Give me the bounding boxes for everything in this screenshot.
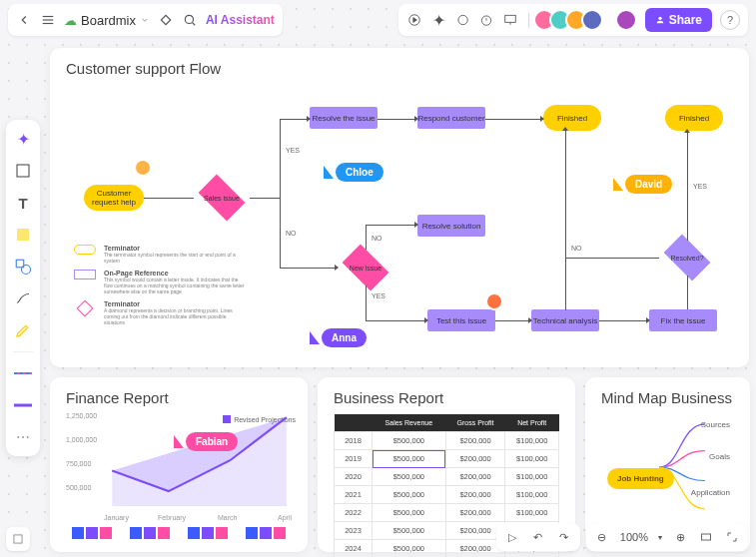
mindmap-child[interactable]: Sources — [701, 420, 730, 429]
table-cell[interactable]: $100,000 — [505, 486, 559, 504]
table-cell[interactable]: 2020 — [335, 468, 373, 486]
flow-card[interactable]: Customer support Flow Customer request h… — [50, 48, 749, 367]
pen-tool[interactable] — [12, 319, 34, 341]
table-cell[interactable]: 2022 — [335, 504, 373, 522]
sticker-tool[interactable]: ✦ — [12, 128, 34, 150]
board-name[interactable]: ☁ Boardmix — [64, 13, 150, 28]
fullscreen-icon[interactable] — [724, 529, 740, 545]
finance-chart: 1,250,000 1,000,000 750,000 500,000 Janu… — [66, 414, 292, 509]
share-button[interactable]: Share — [645, 8, 712, 32]
sticky-note-tool[interactable] — [12, 224, 34, 246]
table-cell[interactable]: $200,000 — [445, 432, 505, 450]
node-test[interactable]: Test this issue — [427, 309, 495, 331]
table-cell[interactable]: $200,000 — [445, 486, 505, 504]
node-resolve[interactable]: Resolve the issue — [310, 107, 378, 129]
table-cell[interactable]: $100,000 — [505, 432, 559, 450]
table-cell[interactable]: $200,000 — [445, 468, 505, 486]
node-finished-1[interactable]: Finished — [543, 105, 601, 131]
table-cell[interactable]: $200,000 — [445, 504, 505, 522]
svg-line-4 — [192, 22, 195, 25]
table-cell[interactable]: 2024 — [335, 540, 373, 558]
undo-icon[interactable]: ↶ — [530, 529, 546, 545]
timer-icon[interactable] — [478, 12, 494, 28]
table-cell[interactable]: $500,000 — [373, 450, 446, 468]
mindmap-child[interactable]: Goals — [709, 452, 730, 461]
collaborator-avatars[interactable] — [539, 9, 603, 31]
table-cell[interactable]: $500,000 — [373, 522, 446, 540]
bottom-controls: ▷ ↶ ↷ ⊖ 100% ▾ ⊕ — [496, 523, 748, 551]
table-cell[interactable]: $100,000 — [505, 468, 559, 486]
table-cell[interactable]: $500,000 — [373, 432, 446, 450]
table-cell[interactable]: $500,000 — [373, 540, 446, 558]
zoom-chevron-icon[interactable]: ▾ — [658, 533, 662, 542]
table-row[interactable]: 2022$500,000$200,000$100,000 — [335, 504, 559, 522]
frame-tool[interactable] — [12, 160, 34, 182]
svg-marker-6 — [413, 18, 417, 23]
redo-icon[interactable]: ↷ — [556, 529, 572, 545]
flow-area: Customer request help Sales issue Resolv… — [66, 85, 733, 354]
current-user-avatar[interactable] — [615, 9, 637, 31]
eraser-tool[interactable] — [12, 362, 34, 384]
legend-terminator-shape — [74, 245, 96, 255]
search-icon[interactable] — [182, 12, 198, 28]
canvas[interactable]: Customer support Flow Customer request h… — [0, 0, 756, 557]
toolbar-right-group: ✦ | Share ? — [398, 4, 748, 36]
zoom-out-icon[interactable]: ⊖ — [594, 529, 610, 545]
node-start[interactable]: Customer request help — [84, 185, 144, 211]
avatar — [581, 9, 603, 31]
table-cell[interactable]: 2018 — [335, 432, 373, 450]
edge-label-no: NO — [286, 230, 297, 237]
table-cell[interactable]: $100,000 — [505, 504, 559, 522]
more-tools[interactable]: ⋯ — [12, 426, 34, 448]
table-cell[interactable]: $500,000 — [373, 486, 446, 504]
table-row[interactable]: 2020$500,000$200,000$100,000 — [335, 468, 559, 486]
highlight-line-tool[interactable] — [12, 394, 34, 416]
shape-tool[interactable] — [12, 256, 34, 278]
mindmap-root[interactable]: Job Hunting — [607, 468, 674, 489]
text-tool[interactable]: T — [12, 192, 34, 214]
node-respond[interactable]: Respond customer — [417, 107, 485, 129]
node-resolved[interactable]: Resolved? — [659, 240, 715, 276]
line-chart-svg — [66, 414, 292, 506]
comment-icon[interactable] — [454, 12, 470, 28]
zoom-controls: ⊖ 100% ▾ ⊕ — [586, 523, 748, 551]
table-cell[interactable]: $200,000 — [445, 450, 505, 468]
table-row[interactable]: 2018$500,000$200,000$100,000 — [335, 432, 559, 450]
ai-assistant-button[interactable]: AI Assistant — [206, 13, 275, 27]
node-sales-issue[interactable]: Sales issue — [194, 180, 250, 216]
finance-card[interactable]: Finance Report Revised Projections 1,250… — [50, 377, 308, 552]
svg-rect-9 — [505, 15, 516, 22]
connector-tool[interactable] — [12, 287, 34, 309]
zoom-in-icon[interactable]: ⊕ — [672, 529, 688, 545]
pointer-icon[interactable]: ▷ — [504, 529, 520, 545]
fit-icon[interactable] — [698, 529, 714, 545]
node-new-issue[interactable]: New issue — [338, 250, 393, 285]
table-cell[interactable]: $500,000 — [373, 504, 446, 522]
table-cell[interactable]: $100,000 — [505, 450, 559, 468]
table-cell[interactable]: 2019 — [335, 450, 373, 468]
table-cell[interactable]: $500,000 — [373, 468, 446, 486]
mindmap-child[interactable]: Application — [691, 488, 730, 497]
edge-label-no: NO — [372, 235, 382, 242]
help-button[interactable]: ? — [720, 10, 740, 30]
table-row[interactable]: 2021$500,000$200,000$100,000 — [335, 486, 559, 504]
layers-button[interactable] — [6, 527, 30, 551]
tag-icon[interactable] — [158, 12, 174, 28]
present-icon[interactable] — [502, 12, 518, 28]
node-fix[interactable]: Fix the issue — [649, 309, 717, 331]
table-row[interactable]: 2019$500,000$200,000$100,000 — [335, 450, 559, 468]
svg-point-11 — [658, 17, 661, 20]
legend-diamond-shape — [77, 300, 94, 317]
node-finished-2[interactable]: Finished — [665, 105, 723, 131]
node-tech[interactable]: Technical analysis — [531, 309, 599, 331]
table-cell[interactable]: 2023 — [335, 522, 373, 540]
menu-icon[interactable] — [40, 12, 56, 28]
cloud-icon: ☁ — [64, 13, 77, 28]
back-icon[interactable] — [16, 12, 32, 28]
zoom-level[interactable]: 100% — [620, 531, 648, 543]
flow-title: Customer support Flow — [66, 60, 733, 77]
record-icon[interactable] — [406, 12, 422, 28]
sparkle-icon[interactable]: ✦ — [430, 12, 446, 28]
node-resolve-solution[interactable]: Resolve solution — [417, 215, 485, 237]
table-cell[interactable]: 2021 — [335, 486, 373, 504]
